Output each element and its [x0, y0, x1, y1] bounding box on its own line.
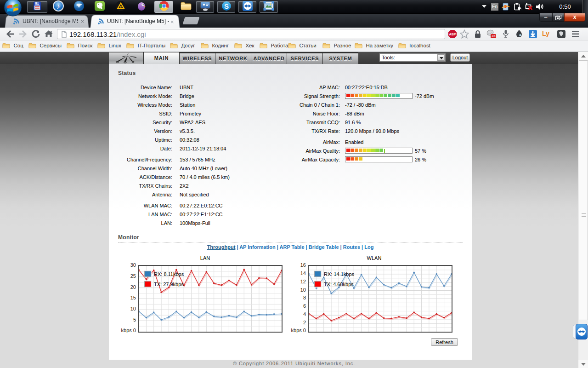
svg-text:+3: +3 [491, 34, 496, 38]
svg-text:S: S [224, 2, 228, 10]
svg-text:ABP: ABP [449, 33, 456, 36]
svg-text:♪: ♪ [57, 2, 60, 10]
